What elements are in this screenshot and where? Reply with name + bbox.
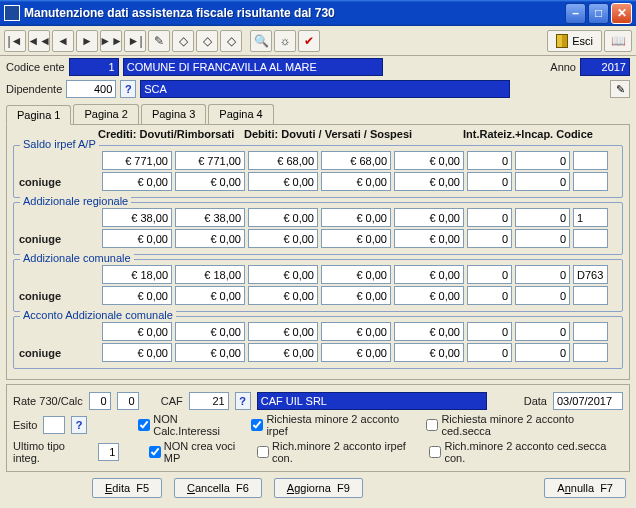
addcom-r2-h[interactable] — [573, 286, 608, 305]
acconto-r1-f[interactable]: 0 — [467, 322, 512, 341]
addreg-r1-a[interactable]: € 38,00 — [102, 208, 172, 227]
addcom-r1-e[interactable]: € 0,00 — [394, 265, 464, 284]
sun-icon[interactable]: ☼ — [274, 30, 296, 52]
rate-b[interactable]: 0 — [117, 392, 139, 410]
addcom-r1-f[interactable]: 0 — [467, 265, 512, 284]
saldo-r1-a[interactable]: € 771,00 — [102, 151, 172, 170]
acconto-r1-g[interactable]: 0 — [515, 322, 570, 341]
addcom-r1-c[interactable]: € 0,00 — [248, 265, 318, 284]
saldo-r2-h[interactable] — [573, 172, 608, 191]
nav-forward-icon[interactable]: ► — [76, 30, 98, 52]
nav-first-icon[interactable]: |◄ — [4, 30, 26, 52]
ck-rich-min-irpef-con[interactable]: Rich.minore 2 acconto irpef con. — [257, 440, 423, 464]
maximize-button[interactable]: □ — [588, 3, 609, 24]
minimize-button[interactable]: – — [565, 3, 586, 24]
addcom-r2-e[interactable]: € 0,00 — [394, 286, 464, 305]
nav-fast-forward-icon[interactable]: ►► — [100, 30, 122, 52]
acconto-r1-d[interactable]: € 0,00 — [321, 322, 391, 341]
acconto-r2-g[interactable]: 0 — [515, 343, 570, 362]
addreg-r2-c[interactable]: € 0,00 — [248, 229, 318, 248]
addcom-r1-g[interactable]: 0 — [515, 265, 570, 284]
acconto-r1-a[interactable]: € 0,00 — [102, 322, 172, 341]
acconto-r2-b[interactable]: € 0,00 — [175, 343, 245, 362]
edit-icon[interactable]: ✎ — [148, 30, 170, 52]
saldo-r1-h[interactable] — [573, 151, 608, 170]
search-icon[interactable]: 🔍 — [250, 30, 272, 52]
ck-rich-min-ced[interactable]: Richiesta minore 2 acconto ced.secca — [426, 413, 623, 437]
addreg-r2-b[interactable]: € 0,00 — [175, 229, 245, 248]
acconto-r2-f[interactable]: 0 — [467, 343, 512, 362]
rate-a[interactable]: 0 — [89, 392, 111, 410]
addreg-r1-e[interactable]: € 0,00 — [394, 208, 464, 227]
ck-rich-min-irpef[interactable]: Richiesta minore 2 acconto irpef — [251, 413, 420, 437]
nav-fast-back-icon[interactable]: ◄◄ — [28, 30, 50, 52]
addreg-r2-h[interactable] — [573, 229, 608, 248]
delete-icon[interactable]: ◇ — [196, 30, 218, 52]
addcom-r2-a[interactable]: € 0,00 — [102, 286, 172, 305]
saldo-r1-d[interactable]: € 68,00 — [321, 151, 391, 170]
acconto-r1-b[interactable]: € 0,00 — [175, 322, 245, 341]
ultimo-value[interactable]: 1 — [98, 443, 119, 461]
addreg-r1-h[interactable]: 1 — [573, 208, 608, 227]
acconto-r1-e[interactable]: € 0,00 — [394, 322, 464, 341]
acconto-r2-c[interactable]: € 0,00 — [248, 343, 318, 362]
acconto-r2-e[interactable]: € 0,00 — [394, 343, 464, 362]
close-button[interactable]: ✕ — [611, 3, 632, 24]
help-book-icon[interactable]: 📖 — [604, 30, 632, 52]
addreg-r1-c[interactable]: € 0,00 — [248, 208, 318, 227]
annulla-button[interactable]: Annulla F7 — [544, 478, 626, 498]
acconto-r2-d[interactable]: € 0,00 — [321, 343, 391, 362]
addcom-r2-b[interactable]: € 0,00 — [175, 286, 245, 305]
saldo-r2-a[interactable]: € 0,00 — [102, 172, 172, 191]
addcom-r1-a[interactable]: € 18,00 — [102, 265, 172, 284]
nav-back-icon[interactable]: ◄ — [52, 30, 74, 52]
undo-icon[interactable]: ◇ — [220, 30, 242, 52]
check-icon[interactable]: ✔ — [298, 30, 320, 52]
addreg-r1-f[interactable]: 0 — [467, 208, 512, 227]
addreg-r1-d[interactable]: € 0,00 — [321, 208, 391, 227]
addreg-r2-g[interactable]: 0 — [515, 229, 570, 248]
addcom-r1-d[interactable]: € 0,00 — [321, 265, 391, 284]
addreg-r1-g[interactable]: 0 — [515, 208, 570, 227]
data-value[interactable]: 03/07/2017 — [553, 392, 623, 410]
acconto-r2-h[interactable] — [573, 343, 608, 362]
nav-last-icon[interactable]: ►| — [124, 30, 146, 52]
saldo-r2-e[interactable]: € 0,00 — [394, 172, 464, 191]
esito-lookup-icon[interactable]: ? — [71, 416, 87, 434]
addreg-r1-b[interactable]: € 38,00 — [175, 208, 245, 227]
cancella-button[interactable]: Cancella F6 — [174, 478, 262, 498]
tab-pagina-4[interactable]: Pagina 4 — [208, 104, 273, 124]
saldo-r2-b[interactable]: € 0,00 — [175, 172, 245, 191]
addcom-r1-b[interactable]: € 18,00 — [175, 265, 245, 284]
edita-button[interactable]: EEdita F5dita F5 — [92, 478, 162, 498]
caf-value[interactable]: 21 — [189, 392, 229, 410]
caf-lookup-icon[interactable]: ? — [235, 392, 251, 410]
anno-value[interactable]: 2017 — [580, 58, 630, 76]
addcom-r2-d[interactable]: € 0,00 — [321, 286, 391, 305]
exit-button[interactable]: Esci — [547, 30, 602, 52]
dipendente-edit-icon[interactable]: ✎ — [610, 80, 630, 98]
aggiorna-button[interactable]: Aggiorna F9 — [274, 478, 363, 498]
addcom-r1-h[interactable]: D763 — [573, 265, 608, 284]
saldo-r2-c[interactable]: € 0,00 — [248, 172, 318, 191]
ck-non-crea-voci[interactable]: NON crea voci MP — [149, 440, 251, 464]
saldo-r1-b[interactable]: € 771,00 — [175, 151, 245, 170]
ck-non-calc-interessi[interactable]: NON Calc.Interessi — [138, 413, 245, 437]
ck-rich-min-ced-con[interactable]: Rich.minore 2 acconto ced.secca con. — [429, 440, 623, 464]
acconto-r1-h[interactable] — [573, 322, 608, 341]
saldo-r1-e[interactable]: € 0,00 — [394, 151, 464, 170]
esito-value[interactable] — [43, 416, 65, 434]
codice-ente-value[interactable]: 1 — [69, 58, 119, 76]
tab-pagina-3[interactable]: Pagina 3 — [141, 104, 206, 124]
saldo-r1-g[interactable]: 0 — [515, 151, 570, 170]
addcom-r2-f[interactable]: 0 — [467, 286, 512, 305]
addcom-r2-c[interactable]: € 0,00 — [248, 286, 318, 305]
saldo-r2-g[interactable]: 0 — [515, 172, 570, 191]
addreg-r2-d[interactable]: € 0,00 — [321, 229, 391, 248]
addreg-r2-f[interactable]: 0 — [467, 229, 512, 248]
dipendente-lookup-icon[interactable]: ? — [120, 80, 136, 98]
saldo-r2-f[interactable]: 0 — [467, 172, 512, 191]
acconto-r1-c[interactable]: € 0,00 — [248, 322, 318, 341]
dipendente-value[interactable]: 400 — [66, 80, 116, 98]
acconto-r2-a[interactable]: € 0,00 — [102, 343, 172, 362]
